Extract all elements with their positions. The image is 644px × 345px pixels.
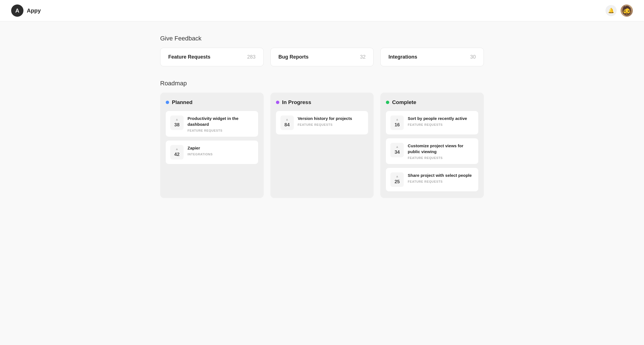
item-content-share-project: Share project with select people FEATURE… (408, 172, 474, 183)
roadmap-item-sort-by-people[interactable]: ▲ 16 Sort by people recently active FEAT… (386, 111, 478, 134)
item-title-productivity-widget: Productivity widget in the dashboard (188, 115, 254, 127)
complete-col-header: Complete (386, 99, 478, 105)
item-content-sort-by-people: Sort by people recently active FEATURE R… (408, 115, 474, 126)
upvote-arrow-sort-by-people: ▲ (395, 118, 399, 121)
roadmap-columns: Planned ▲ 38 Productivity widget in the … (160, 93, 484, 198)
upvote-arrow-zapier: ▲ (175, 147, 179, 151)
in-progress-col-title: In Progress (282, 99, 311, 105)
roadmap-section-title: Roadmap (160, 80, 484, 87)
bug-reports-label: Bug Reports (278, 54, 309, 60)
feedback-card-integrations[interactable]: Integrations 30 (380, 48, 484, 66)
integrations-label: Integrations (388, 54, 417, 60)
vote-count-customize-project-views: 34 (395, 149, 400, 155)
item-tag-productivity-widget: FEATURE REQUESTS (188, 129, 254, 132)
roadmap-col-in-progress: In Progress ▲ 84 Version history for pro… (270, 93, 374, 198)
item-title-version-history: Version history for projects (298, 115, 364, 121)
item-content-version-history: Version history for projects FEATURE REQ… (298, 115, 364, 126)
item-tag-sort-by-people: FEATURE REQUESTS (408, 123, 474, 126)
feedback-section-title: Give Feedback (160, 35, 484, 42)
in-progress-col-header: In Progress (276, 99, 368, 105)
complete-status-dot (386, 101, 389, 104)
upvote-arrow-customize-project-views: ▲ (395, 145, 399, 148)
roadmap-item-customize-project-views[interactable]: ▲ 34 Customize project views for public … (386, 138, 478, 164)
vote-count-zapier: 42 (174, 152, 180, 157)
integrations-count: 30 (470, 54, 476, 60)
roadmap-col-complete: Complete ▲ 16 Sort by people recently ac… (380, 93, 484, 198)
vote-count-productivity-widget: 38 (174, 122, 180, 128)
roadmap-item-version-history[interactable]: ▲ 84 Version history for projects FEATUR… (276, 111, 368, 134)
header: A Appy 🔔 🧔 (0, 0, 644, 21)
app-name: Appy (27, 8, 41, 14)
item-tag-customize-project-views: FEATURE REQUESTS (408, 156, 474, 160)
planned-col-header: Planned (166, 99, 258, 105)
roadmap-item-zapier[interactable]: ▲ 42 Zapier INTEGRATIONS (166, 141, 258, 164)
item-tag-zapier: INTEGRATIONS (188, 153, 254, 156)
vote-count-version-history: 84 (284, 122, 290, 128)
roadmap-item-share-project[interactable]: ▲ 25 Share project with select people FE… (386, 168, 478, 191)
vote-count-sort-by-people: 16 (395, 122, 400, 128)
item-title-sort-by-people: Sort by people recently active (408, 115, 474, 121)
main-content: Give Feedback Feature Requests 283 Bug R… (127, 21, 517, 211)
header-left: A Appy (11, 4, 41, 17)
item-title-customize-project-views: Customize project views for public viewi… (408, 143, 474, 155)
header-right: 🔔 🧔 (605, 4, 633, 17)
item-content-customize-project-views: Customize project views for public viewi… (408, 143, 474, 160)
notifications-button[interactable]: 🔔 (605, 5, 617, 16)
in-progress-status-dot (276, 101, 279, 104)
feature-requests-label: Feature Requests (168, 54, 210, 60)
item-title-zapier: Zapier (188, 145, 254, 151)
vote-box-customize-project-views: ▲ 34 (390, 143, 404, 157)
feature-requests-count: 283 (247, 54, 256, 60)
bug-reports-count: 32 (360, 54, 366, 60)
item-tag-version-history: FEATURE REQUESTS (298, 123, 364, 126)
item-tag-share-project: FEATURE REQUESTS (408, 180, 474, 183)
user-avatar[interactable]: 🧔 (621, 4, 633, 17)
upvote-arrow-share-project: ▲ (395, 175, 399, 178)
vote-box-zapier: ▲ 42 (170, 145, 184, 160)
roadmap-section: Roadmap Planned ▲ 38 Productivity widget… (160, 80, 484, 198)
item-content-productivity-widget: Productivity widget in the dashboard FEA… (188, 115, 254, 132)
roadmap-item-productivity-widget[interactable]: ▲ 38 Productivity widget in the dashboar… (166, 111, 258, 137)
app-logo: A (11, 4, 23, 17)
vote-count-share-project: 25 (395, 179, 400, 185)
roadmap-col-planned: Planned ▲ 38 Productivity widget in the … (160, 93, 264, 198)
upvote-arrow-version-history: ▲ (285, 118, 289, 121)
vote-box-sort-by-people: ▲ 16 (390, 115, 404, 130)
planned-status-dot (166, 101, 169, 104)
complete-col-title: Complete (392, 99, 416, 105)
avatar-image: 🧔 (621, 5, 632, 16)
vote-box-productivity-widget: ▲ 38 (170, 115, 184, 130)
vote-box-version-history: ▲ 84 (280, 115, 294, 130)
logo-letter: A (15, 8, 19, 14)
item-title-share-project: Share project with select people (408, 172, 474, 178)
feedback-cards-row: Feature Requests 283 Bug Reports 32 Inte… (160, 48, 484, 66)
vote-box-share-project: ▲ 25 (390, 172, 404, 187)
feedback-card-feature-requests[interactable]: Feature Requests 283 (160, 48, 264, 66)
item-content-zapier: Zapier INTEGRATIONS (188, 145, 254, 156)
upvote-arrow-productivity-widget: ▲ (175, 118, 179, 121)
planned-col-title: Planned (172, 99, 193, 105)
bell-icon: 🔔 (608, 8, 614, 14)
feedback-card-bug-reports[interactable]: Bug Reports 32 (270, 48, 374, 66)
feedback-section: Give Feedback Feature Requests 283 Bug R… (160, 35, 484, 66)
